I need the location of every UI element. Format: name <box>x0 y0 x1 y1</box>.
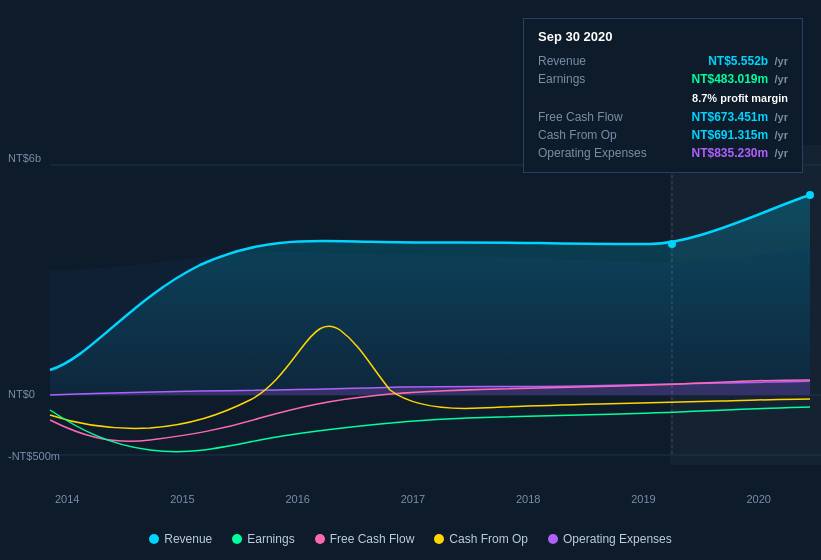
x-axis: 2014 2015 2016 2017 2018 2019 2020 <box>0 493 821 505</box>
tooltip-label-revenue: Revenue <box>538 54 668 68</box>
legend-item-earnings[interactable]: Earnings <box>232 532 294 546</box>
legend-dot-fcf <box>315 534 325 544</box>
data-tooltip: Sep 30 2020 Revenue NT$5.552b /yr Earnin… <box>523 18 803 173</box>
tooltip-label-fcf: Free Cash Flow <box>538 110 668 124</box>
legend-label-cashop: Cash From Op <box>449 532 528 546</box>
tooltip-value-cashop: NT$691.315m /yr <box>691 128 788 142</box>
tooltip-label-earnings: Earnings <box>538 72 668 86</box>
tooltip-label-cashop: Cash From Op <box>538 128 668 142</box>
legend-label-opex: Operating Expenses <box>563 532 672 546</box>
legend-item-revenue[interactable]: Revenue <box>149 532 212 546</box>
x-label-2019: 2019 <box>631 493 655 505</box>
revenue-dot-end <box>806 191 814 199</box>
tooltip-row-fcf: Free Cash Flow NT$673.451m /yr <box>538 108 788 126</box>
legend-item-opex[interactable]: Operating Expenses <box>548 532 672 546</box>
revenue-dot <box>668 240 676 248</box>
tooltip-row-cashop: Cash From Op NT$691.315m /yr <box>538 126 788 144</box>
y-label-neg500m: -NT$500m <box>8 450 60 462</box>
chart-legend: Revenue Earnings Free Cash Flow Cash Fro… <box>0 532 821 546</box>
y-label-6b: NT$6b <box>8 152 41 164</box>
legend-dot-revenue <box>149 534 159 544</box>
x-label-2016: 2016 <box>286 493 310 505</box>
legend-dot-earnings <box>232 534 242 544</box>
x-label-2015: 2015 <box>170 493 194 505</box>
legend-item-fcf[interactable]: Free Cash Flow <box>315 532 415 546</box>
x-label-2018: 2018 <box>516 493 540 505</box>
legend-label-revenue: Revenue <box>164 532 212 546</box>
tooltip-value-fcf: NT$673.451m /yr <box>691 110 788 124</box>
x-label-2014: 2014 <box>55 493 79 505</box>
legend-label-earnings: Earnings <box>247 532 294 546</box>
tooltip-row-revenue: Revenue NT$5.552b /yr <box>538 52 788 70</box>
x-label-2020: 2020 <box>747 493 771 505</box>
tooltip-row-opex: Operating Expenses NT$835.230m /yr <box>538 144 788 162</box>
tooltip-value-earnings: NT$483.019m /yr <box>691 72 788 86</box>
tooltip-row-earnings: Earnings NT$483.019m /yr 8.7% profit mar… <box>538 70 788 108</box>
y-label-0: NT$0 <box>8 388 35 400</box>
legend-label-fcf: Free Cash Flow <box>330 532 415 546</box>
x-label-2017: 2017 <box>401 493 425 505</box>
tooltip-value-opex: NT$835.230m /yr <box>691 146 788 160</box>
legend-dot-cashop <box>434 534 444 544</box>
tooltip-label-opex: Operating Expenses <box>538 146 668 160</box>
legend-dot-opex <box>548 534 558 544</box>
tooltip-date: Sep 30 2020 <box>538 29 788 44</box>
legend-item-cashop[interactable]: Cash From Op <box>434 532 528 546</box>
tooltip-profit-margin: 8.7% profit margin <box>692 92 788 104</box>
tooltip-value-revenue: NT$5.552b /yr <box>708 54 788 68</box>
